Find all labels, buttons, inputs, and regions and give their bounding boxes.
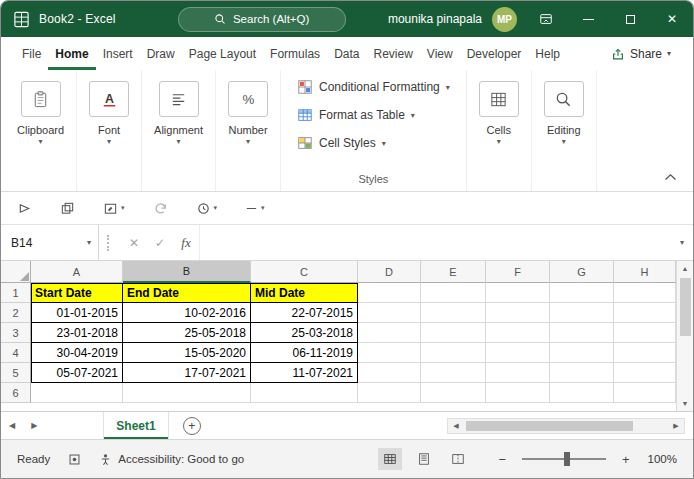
chevron-down-icon[interactable]: ▾ [107,138,111,146]
scroll-down-button[interactable]: ▼ [677,396,693,411]
macro-record-button[interactable] [68,453,81,466]
cell-a1[interactable]: Start Date [31,283,123,303]
scroll-right-button[interactable]: ▶ [668,422,684,430]
format-as-table-button[interactable]: Format as Table ▾ [297,107,415,123]
empty-cell[interactable] [486,343,550,363]
cell-a3[interactable]: 23-01-2018 [31,323,123,343]
cell-a4[interactable]: 30-04-2019 [31,343,123,363]
tab-draw[interactable]: Draw [140,37,182,70]
row-header-4[interactable]: 4 [1,343,31,363]
user-avatar[interactable]: MP [492,7,517,32]
empty-cell[interactable] [550,323,614,343]
cell-styles-button[interactable]: Cell Styles ▾ [297,135,386,151]
empty-cell[interactable] [31,383,123,403]
empty-cell[interactable] [421,323,486,343]
row-header-2[interactable]: 2 [1,303,31,323]
empty-cell[interactable] [358,303,421,323]
page-break-preview-button[interactable] [446,448,470,470]
editing-button[interactable] [544,81,584,117]
conditional-formatting-button[interactable]: Conditional Formatting ▾ [297,79,450,95]
maximize-button[interactable] [609,1,651,37]
scroll-left-button[interactable]: ◀ [448,422,464,430]
chevron-down-icon[interactable]: ▾ [246,138,250,146]
row-header-5[interactable]: 5 [1,363,31,383]
empty-cell[interactable] [358,283,421,303]
cell-c2[interactable]: 22-07-2015 [251,303,358,323]
scroll-up-button[interactable]: ▲ [677,261,693,276]
row-header-3[interactable]: 3 [1,323,31,343]
zoom-level[interactable]: 100% [648,453,677,465]
cell-b3[interactable]: 25-05-2018 [123,323,251,343]
row-header-1[interactable]: 1 [1,283,31,303]
formula-bar-grip[interactable] [107,235,109,251]
empty-cell[interactable] [421,383,486,403]
cell-a5[interactable]: 05-07-2021 [31,363,123,383]
collapse-ribbon-button[interactable] [664,173,677,181]
vertical-scrollbar[interactable]: ▲ ▼ [676,261,693,411]
qat-draw-table-button[interactable]: ▾ [103,201,125,216]
ribbon-display-options-button[interactable] [525,1,567,37]
empty-cell[interactable] [123,383,251,403]
qat-customize-button[interactable]: ▾ [245,202,265,215]
empty-cell[interactable] [550,383,614,403]
empty-cell[interactable] [614,363,676,383]
zoom-slider-thumb[interactable] [564,452,570,466]
cell-b1[interactable]: End Date [123,283,251,303]
tab-insert[interactable]: Insert [96,37,140,70]
empty-cell[interactable] [614,323,676,343]
share-button[interactable]: Share ▾ [603,37,679,70]
chevron-down-icon[interactable]: ▾ [562,138,566,146]
cell-c1[interactable]: Mid Date [251,283,358,303]
insert-function-button[interactable]: fx [173,225,199,260]
alignment-button[interactable] [159,81,199,117]
zoom-out-button[interactable]: − [494,452,510,467]
cell-b5[interactable]: 17-07-2021 [123,363,251,383]
column-header-b[interactable]: B [123,261,251,283]
empty-cell[interactable] [486,383,550,403]
empty-cell[interactable] [251,383,358,403]
tab-page-layout[interactable]: Page Layout [182,37,263,70]
column-header-h[interactable]: H [614,261,676,283]
tab-data[interactable]: Data [327,37,366,70]
column-header-d[interactable]: D [358,261,421,283]
qat-paste-special-button[interactable] [60,201,75,216]
row-header-6[interactable]: 6 [1,383,31,403]
page-layout-view-button[interactable] [412,448,436,470]
empty-cell[interactable] [486,323,550,343]
chevron-down-icon[interactable]: ▾ [177,138,181,146]
column-header-a[interactable]: A [31,261,123,283]
empty-cell[interactable] [486,303,550,323]
zoom-slider[interactable] [522,458,606,460]
empty-cell[interactable] [550,363,614,383]
name-box-dropdown-icon[interactable]: ▾ [87,238,91,247]
column-header-g[interactable]: G [550,261,614,283]
tab-file[interactable]: File [15,37,48,70]
empty-cell[interactable] [486,283,550,303]
normal-view-button[interactable] [378,448,402,470]
name-box[interactable]: B14 ▾ [1,225,99,260]
chevron-down-icon[interactable]: ▾ [497,138,501,146]
horizontal-scrollbar[interactable]: ◀ ▶ [447,418,685,434]
select-all-button[interactable] [1,261,31,283]
zoom-in-button[interactable]: + [618,452,634,467]
sheet-tab-sheet1[interactable]: Sheet1 [103,412,168,439]
next-sheet-button[interactable]: ▶ [23,412,45,439]
empty-cell[interactable] [614,383,676,403]
empty-cell[interactable] [614,283,676,303]
add-sheet-button[interactable]: + [183,417,201,435]
horizontal-scrollbar-thumb[interactable] [466,421,633,431]
number-button[interactable]: % [228,81,268,117]
previous-sheet-button[interactable]: ◀ [1,412,23,439]
empty-cell[interactable] [358,343,421,363]
tab-view[interactable]: View [420,37,460,70]
cell-b2[interactable]: 10-02-2016 [123,303,251,323]
search-box[interactable]: Search (Alt+Q) [178,7,346,32]
empty-cell[interactable] [550,343,614,363]
empty-cell[interactable] [421,303,486,323]
clipboard-button[interactable] [21,81,61,117]
qat-redo-button[interactable] [153,201,168,216]
qat-history-button[interactable]: ▾ [196,201,218,216]
cell-a2[interactable]: 01-01-2015 [31,303,123,323]
formula-bar-input[interactable] [199,225,671,260]
tab-home[interactable]: Home [48,37,95,70]
